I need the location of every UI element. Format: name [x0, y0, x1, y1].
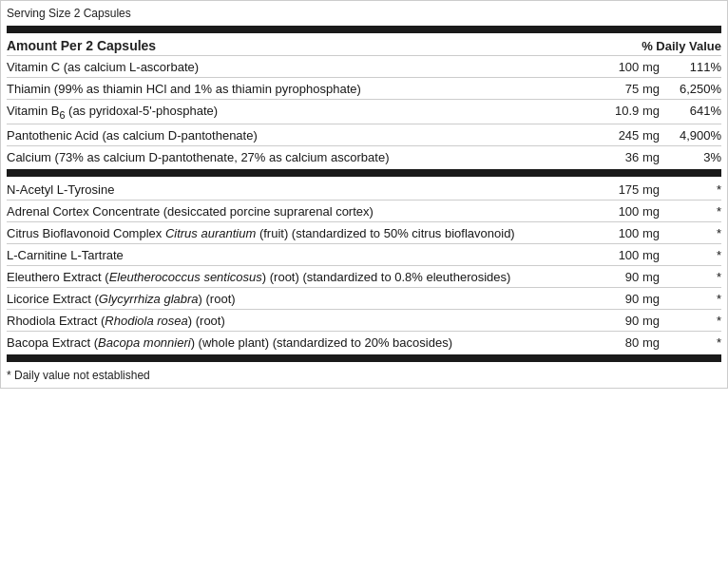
nutrient-name: Adrenal Cortex Concentrate (desiccated p…: [7, 204, 603, 219]
nutrient-dv: 4,900%: [669, 128, 721, 143]
nutrient-dv: *: [669, 314, 721, 328]
nutrient-name: Citrus Bioflavonoid Complex Citrus auran…: [7, 226, 603, 240]
nutrition-label: Serving Size 2 Capsules Amount Per 2 Cap…: [0, 0, 728, 389]
thick-divider-middle: [7, 169, 721, 177]
nutrient-row: Thiamin (99% as thiamin HCl and 1% as th…: [7, 78, 721, 100]
nutrient-row: Pantothenic Acid (as calcium D-pantothen…: [7, 124, 721, 146]
nutrient-name: Vitamin B6 (as pyridoxal-5'-phosphate): [7, 104, 603, 121]
nutrient-amount: 175 mg: [603, 182, 669, 197]
nutrient-row: Adrenal Cortex Concentrate (desiccated p…: [7, 201, 721, 222]
nutrient-row: Rhodiola Extract (Rhodiola rosea) (root)…: [7, 310, 721, 332]
nutrient-dv: *: [669, 335, 721, 350]
nutrient-dv: 641%: [669, 104, 721, 118]
nutrient-name: Calcium (73% as calcium D-pantothenate, …: [7, 150, 603, 164]
nutrient-amount: 80 mg: [603, 335, 669, 350]
nutrient-row: Eleuthero Extract (Eleutherococcus senti…: [7, 266, 721, 288]
nutrient-dv: *: [669, 248, 721, 262]
nutrient-name: Eleuthero Extract (Eleutherococcus senti…: [7, 270, 603, 284]
nutrient-amount: 245 mg: [603, 128, 669, 143]
nutrient-dv: 3%: [669, 150, 721, 164]
nutrients-bottom-section: N-Acetyl L-Tyrosine 175 mg * Adrenal Cor…: [7, 179, 721, 353]
nutrient-row: Licorice Extract (Glycyrrhiza glabra) (r…: [7, 288, 721, 310]
nutrient-name: Bacopa Extract (Bacopa monnieri) (whole …: [7, 335, 603, 350]
nutrient-amount: 36 mg: [603, 150, 669, 164]
nutrient-amount: 90 mg: [603, 314, 669, 328]
serving-size: Serving Size 2 Capsules: [7, 5, 721, 24]
thick-divider-top: [7, 26, 721, 33]
nutrient-name: Licorice Extract (Glycyrrhiza glabra) (r…: [7, 292, 603, 306]
nutrient-row: Bacopa Extract (Bacopa monnieri) (whole …: [7, 332, 721, 353]
amount-per-label: Amount Per 2 Capsules: [7, 38, 156, 53]
nutrient-name: Rhodiola Extract (Rhodiola rosea) (root): [7, 314, 603, 328]
footnote: * Daily value not established: [7, 364, 721, 382]
nutrient-row: L-Carnitine L-Tartrate 100 mg *: [7, 244, 721, 266]
nutrient-amount: 75 mg: [603, 82, 669, 96]
nutrient-name: Pantothenic Acid (as calcium D-pantothen…: [7, 128, 603, 143]
nutrient-dv: *: [669, 226, 721, 240]
nutrient-dv: *: [669, 292, 721, 306]
nutrient-name: L-Carnitine L-Tartrate: [7, 248, 603, 262]
thick-divider-bottom: [7, 354, 721, 362]
nutrient-row: Calcium (73% as calcium D-pantothenate, …: [7, 146, 721, 167]
nutrient-dv: *: [669, 204, 721, 219]
amount-per-row: Amount Per 2 Capsules % Daily Value: [7, 35, 721, 55]
nutrient-amount: 100 mg: [603, 248, 669, 262]
nutrient-row: Vitamin C (as calcium L-ascorbate) 100 m…: [7, 56, 721, 78]
daily-value-header: % Daily Value: [642, 39, 721, 53]
nutrient-dv: 111%: [669, 60, 721, 74]
nutrient-amount: 100 mg: [603, 60, 669, 74]
nutrient-name: Thiamin (99% as thiamin HCl and 1% as th…: [7, 82, 603, 96]
nutrient-amount: 10.9 mg: [603, 104, 669, 118]
nutrient-row: Citrus Bioflavonoid Complex Citrus auran…: [7, 222, 721, 244]
nutrient-name: N-Acetyl L-Tyrosine: [7, 182, 603, 197]
nutrients-top-section: Vitamin C (as calcium L-ascorbate) 100 m…: [7, 56, 721, 167]
nutrient-dv: *: [669, 182, 721, 197]
nutrient-amount: 100 mg: [603, 204, 669, 219]
nutrient-amount: 90 mg: [603, 270, 669, 284]
nutrient-row: Vitamin B6 (as pyridoxal-5'-phosphate) 1…: [7, 100, 721, 124]
nutrient-dv: *: [669, 270, 721, 284]
nutrient-name: Vitamin C (as calcium L-ascorbate): [7, 60, 603, 74]
nutrient-dv: 6,250%: [669, 82, 721, 96]
nutrient-amount: 100 mg: [603, 226, 669, 240]
nutrient-amount: 90 mg: [603, 292, 669, 306]
nutrient-row: N-Acetyl L-Tyrosine 175 mg *: [7, 179, 721, 201]
